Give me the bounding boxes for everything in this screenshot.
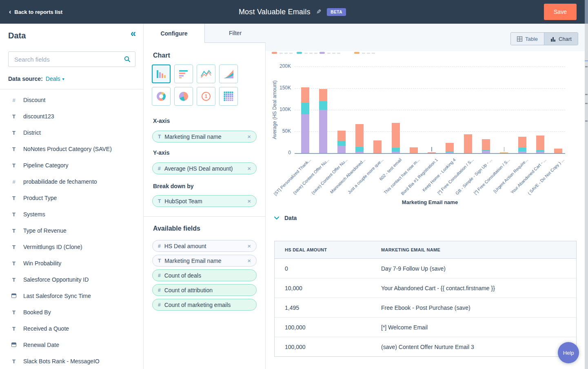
bar-segment-team-orange[interactable] bbox=[373, 140, 382, 153]
field-item[interactable]: TSalesforce Opportunity ID bbox=[0, 271, 143, 288]
bar-segment-team-purple[interactable] bbox=[355, 152, 364, 153]
donut-chart-icon bbox=[157, 92, 166, 101]
chart-type-area-button[interactable] bbox=[219, 64, 238, 83]
bar-segment-team-purple[interactable] bbox=[337, 146, 346, 153]
field-item[interactable]: TSystems bbox=[0, 206, 143, 222]
bar-segment-team-purple[interactable] bbox=[319, 110, 327, 153]
remove-field-icon[interactable]: × bbox=[247, 165, 251, 171]
bar-segment-team-teal[interactable] bbox=[446, 151, 454, 152]
bar-segment-team-orange[interactable] bbox=[464, 134, 472, 153]
bar-segment-team-purple[interactable] bbox=[446, 152, 454, 153]
back-to-reports-link[interactable]: ‹ Back to reports list bbox=[9, 9, 62, 15]
bar-segment-team-orange[interactable] bbox=[355, 124, 364, 147]
text-field-icon: T bbox=[11, 358, 17, 365]
field-type-icon: T bbox=[158, 258, 161, 264]
bar-segment-team-teal[interactable] bbox=[482, 150, 490, 151]
bar-segment-team-orange[interactable] bbox=[337, 131, 346, 141]
chart-type-column-button[interactable] bbox=[152, 64, 171, 83]
field-item[interactable]: TDistrict bbox=[0, 124, 143, 141]
field-item[interactable]: #Discount bbox=[0, 92, 143, 108]
chart-type-donut-button[interactable] bbox=[152, 87, 171, 106]
data-source-dropdown[interactable]: Deals ▾ bbox=[46, 76, 64, 82]
bar-segment-team-teal[interactable] bbox=[337, 141, 346, 146]
data-section-header[interactable]: Data bbox=[274, 215, 297, 221]
text-field-icon: T bbox=[11, 195, 17, 201]
field-item[interactable]: #probabilidade de fechamento bbox=[0, 173, 143, 190]
save-button[interactable]: Save bbox=[544, 4, 577, 20]
x-axis-field-pill[interactable]: T Marketing Email name × bbox=[152, 131, 257, 142]
field-item[interactable]: TType of Revenue bbox=[0, 222, 143, 239]
available-field-pill[interactable]: #Count of deals bbox=[152, 269, 257, 281]
breakdown-field-pill[interactable]: T HubSpot Team × bbox=[152, 195, 257, 207]
remove-field-icon[interactable]: × bbox=[247, 258, 251, 264]
x-category-label: Mannatech Abandoned... bbox=[329, 157, 366, 194]
legend-text-fragment bbox=[372, 53, 375, 54]
toggle-chart-button[interactable]: Chart bbox=[544, 33, 578, 45]
field-item[interactable]: TBooked By bbox=[0, 304, 143, 320]
bar-segment-team-orange[interactable] bbox=[446, 143, 454, 151]
bar-segment-team-orange[interactable] bbox=[319, 89, 327, 101]
bar-segment-team-purple[interactable] bbox=[482, 151, 490, 153]
bar-segment-team-teal[interactable] bbox=[355, 147, 364, 152]
field-item[interactable]: Last Salesforce Sync Time bbox=[0, 288, 143, 304]
bar-segment-team-teal[interactable] bbox=[319, 101, 327, 110]
bar-segment-team-orange[interactable] bbox=[392, 123, 400, 148]
field-type-icon: T bbox=[158, 198, 161, 204]
date-field-icon bbox=[11, 293, 17, 299]
bar-segment-team-orange[interactable] bbox=[301, 87, 309, 103]
bar-segment-team-orange[interactable] bbox=[428, 152, 436, 153]
bar-segment-team-orange[interactable] bbox=[518, 137, 526, 148]
tab-filter[interactable]: Filter bbox=[204, 24, 266, 43]
tab-configure[interactable]: Configure bbox=[144, 24, 204, 43]
bar-segment-team-teal[interactable] bbox=[518, 148, 526, 151]
chart-type-horizontal-bar-button[interactable] bbox=[174, 64, 193, 83]
bar-segment-team-teal[interactable] bbox=[301, 103, 309, 114]
x-category-label: [Urgent Action Require... bbox=[493, 157, 529, 193]
field-item[interactable]: TPipeline Category bbox=[0, 157, 143, 173]
chart-type-number-button[interactable]: 1 bbox=[197, 87, 215, 106]
available-field-pill[interactable]: #Count of attribution bbox=[152, 284, 257, 296]
breakdown-label: Break down by bbox=[153, 183, 194, 189]
field-item[interactable]: TProduct Type bbox=[0, 190, 143, 206]
toggle-table-button[interactable]: Table bbox=[511, 33, 544, 45]
bar-segment-team-orange[interactable] bbox=[554, 149, 562, 153]
field-item[interactable]: TSlack Bots Rank - MessageIO bbox=[0, 353, 143, 369]
bar-segment-team-purple[interactable] bbox=[536, 152, 544, 153]
collapse-sidebar-icon[interactable]: « bbox=[131, 29, 136, 38]
y-axis-field-pill[interactable]: # Average (HS Deal amount) × bbox=[152, 162, 257, 174]
remove-field-icon[interactable]: × bbox=[247, 198, 251, 204]
bar-segment-team-yellow[interactable] bbox=[500, 152, 508, 153]
available-field-pill[interactable]: #HS Deal amount× bbox=[152, 240, 257, 252]
bar-segment-team-purple[interactable] bbox=[392, 152, 400, 153]
remove-field-icon[interactable]: × bbox=[247, 243, 251, 249]
available-field-pill[interactable]: #Count of marketing emails bbox=[152, 299, 257, 311]
gridline bbox=[295, 110, 565, 110]
table-cell: Day 7-9 Follow Up (save) bbox=[381, 259, 576, 278]
bar-segment-team-teal[interactable] bbox=[392, 148, 400, 152]
help-button[interactable]: Help bbox=[558, 342, 579, 363]
available-field-pill[interactable]: TMarketing Email name× bbox=[152, 255, 257, 267]
search-fields-input[interactable] bbox=[13, 56, 124, 63]
pill-label: Average (HS Deal amount) bbox=[164, 165, 233, 172]
field-item[interactable]: TWin Probability bbox=[0, 255, 143, 271]
text-field-icon: T bbox=[11, 211, 17, 218]
data-source-label: Data source: bbox=[8, 76, 43, 82]
bar-segment-team-teal[interactable] bbox=[536, 150, 544, 152]
bar-segment-team-orange[interactable] bbox=[410, 147, 418, 153]
bar-segment-team-orange[interactable] bbox=[482, 139, 490, 149]
field-item[interactable]: Renewal Date bbox=[0, 337, 143, 353]
gridline bbox=[295, 67, 565, 67]
chart-type-line-button[interactable] bbox=[197, 64, 215, 83]
chart-type-pie-button[interactable] bbox=[174, 87, 193, 106]
field-item[interactable]: TReceived a Quote bbox=[0, 320, 143, 337]
field-item[interactable]: TVermittlungs ID (Clone) bbox=[0, 239, 143, 255]
bar-segment-team-purple[interactable] bbox=[301, 114, 309, 153]
x-category-label: GB - Simple - Sign Up - ... bbox=[454, 157, 493, 196]
remove-field-icon[interactable]: × bbox=[247, 133, 251, 140]
field-item[interactable]: TNoNotes Product Category (SAVE) bbox=[0, 141, 143, 157]
bar-segment-team-orange[interactable] bbox=[536, 136, 544, 150]
chart-type-pivot-table-button[interactable] bbox=[219, 87, 238, 106]
edit-title-pencil-icon[interactable]: ✎ bbox=[316, 8, 322, 16]
bar-segment-team-purple[interactable] bbox=[518, 151, 526, 153]
field-item[interactable]: Tdiscount123 bbox=[0, 108, 143, 124]
